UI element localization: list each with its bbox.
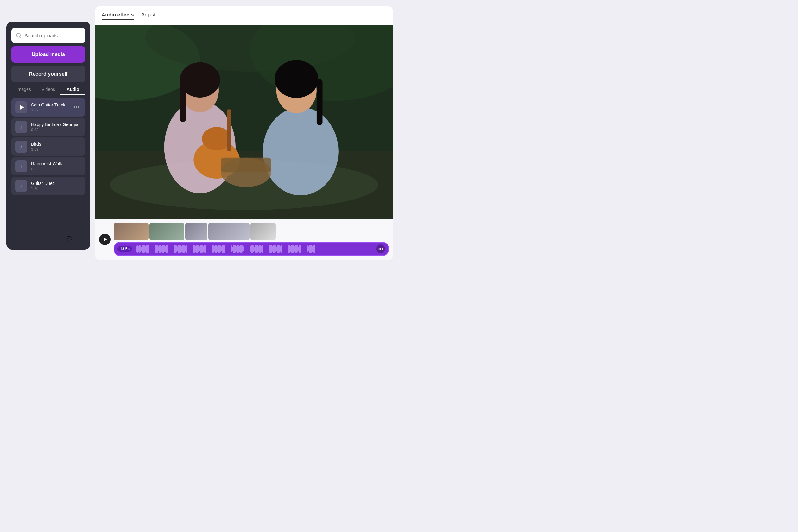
audio-name: Birds (31, 141, 81, 147)
waveform-bar (171, 245, 171, 253)
svg-point-15 (263, 107, 339, 195)
play-icon (103, 238, 107, 241)
waveform-bar (154, 246, 155, 252)
audio-info: Happy Birthday Georgia 0:22 (31, 122, 81, 132)
tab-adjust[interactable]: Adjust (141, 12, 155, 20)
waveform-bar (215, 245, 216, 253)
waveform-bar (155, 245, 156, 253)
waveform-bar (218, 245, 219, 253)
audio-track-bar[interactable]: 13.5s ••• (114, 242, 389, 256)
waveform-bar (251, 245, 252, 253)
video-preview (95, 25, 393, 218)
audio-item-happy-birthday[interactable]: ♪ Happy Birthday Georgia 0:22 (12, 118, 85, 136)
waveform-bar (257, 245, 258, 253)
waveform-bar (151, 245, 151, 253)
svg-rect-18 (317, 79, 323, 126)
waveform-bar (294, 246, 295, 252)
waveform-bar (300, 245, 301, 253)
waveform-bar (289, 245, 290, 253)
waveform-bar (209, 245, 209, 253)
waveform-bar (160, 245, 161, 253)
audio-item-rainforest-walk[interactable]: ♪ Rainforest Walk 0:12 (12, 157, 85, 175)
waveform-bar (229, 246, 229, 252)
audio-info: Rainforest Walk 0:12 (31, 161, 81, 171)
waveform-bar (250, 246, 251, 252)
timeline-play-button[interactable] (99, 234, 111, 245)
waveform-bar (224, 245, 225, 253)
waveform-bar (259, 245, 260, 253)
waveform-bar (194, 245, 195, 253)
waveform-bar (146, 245, 147, 253)
left-panel: Upload media Record yourself Images Vide… (6, 21, 90, 249)
tab-videos[interactable]: Videos (36, 87, 61, 95)
audio-item-guitar-duet[interactable]: ♪ Guitar Duet 1:29 (12, 177, 85, 195)
audio-duration: 3:12 (31, 108, 68, 112)
audio-time-badge: 13.5s (117, 246, 132, 252)
waveform-bar (220, 245, 221, 252)
waveform-bar (156, 245, 157, 253)
film-frame-3[interactable] (185, 223, 207, 240)
waveform-bar (287, 245, 288, 253)
waveform-bar (176, 245, 177, 252)
waveform-bar (246, 245, 246, 253)
audio-name: Guitar Duet (31, 181, 81, 186)
waveform-bar (189, 247, 189, 251)
svg-rect-14 (227, 109, 231, 151)
waveform-bar (270, 245, 271, 253)
waveform-bar (252, 245, 253, 253)
waveform-bar (183, 245, 184, 253)
tab-audio[interactable]: Audio (60, 87, 85, 95)
waveform-bar (186, 245, 187, 253)
timeline-track: ♥ 13.5s ••• (114, 223, 389, 256)
waveform-bar (185, 246, 186, 252)
tab-audio-effects[interactable]: Audio effects (102, 12, 134, 20)
waveform-bar (297, 245, 298, 252)
audio-note-thumb: ♪ (15, 140, 27, 153)
waveform-bar (291, 245, 292, 253)
film-frame-4[interactable] (208, 223, 249, 240)
waveform-bar (267, 245, 267, 253)
waveform-bar (296, 245, 297, 253)
waveform-bar (173, 245, 173, 253)
waveform-bar (292, 245, 293, 253)
waveform-bar (240, 245, 241, 253)
waveform-bar (278, 245, 279, 253)
heart-marker: ♥ (115, 223, 118, 223)
waveform-bar (268, 245, 268, 253)
record-yourself-button[interactable]: Record yourself (12, 66, 85, 82)
waveform-bar (237, 245, 238, 253)
waveform-bar (312, 246, 313, 252)
audio-play-thumb (15, 101, 27, 113)
waveform-bar (272, 246, 273, 252)
audio-duration: 1:29 (31, 187, 81, 191)
waveform-bar (143, 245, 144, 253)
play-circle (15, 101, 27, 113)
audio-info: Solo Guitar Track 3:12 (31, 102, 68, 112)
waveform-bar (244, 245, 245, 253)
right-tabs-bar: Audio effects Adjust (95, 6, 393, 25)
waveform-bar (262, 245, 263, 253)
waveform-bar (211, 247, 211, 251)
film-frame-2[interactable] (150, 223, 184, 240)
audio-item-birds[interactable]: ♪ Birds 3:19 (12, 137, 85, 156)
film-frame-1[interactable] (114, 223, 149, 240)
waveform-bar (287, 246, 287, 251)
waveform-bar (193, 245, 194, 253)
audio-item-solo-guitar[interactable]: Solo Guitar Track 3:12 ••• (12, 98, 85, 116)
waveform-bar (279, 245, 280, 253)
waveform-bar (301, 245, 302, 253)
audio-more-button[interactable]: ••• (72, 104, 81, 111)
waveform-bar (230, 245, 230, 253)
upload-media-button[interactable]: Upload media (12, 46, 85, 63)
film-frame-5[interactable] (250, 223, 276, 240)
audio-track-more-button[interactable]: ••• (376, 245, 385, 253)
waveform-bar (265, 246, 265, 251)
search-input[interactable] (25, 33, 81, 38)
waveform-bar (140, 245, 141, 252)
audio-name: Rainforest Walk (31, 161, 81, 166)
waveform-bar (154, 245, 154, 252)
search-bar (12, 28, 85, 43)
waveform-bar (234, 245, 235, 253)
tab-images[interactable]: Images (12, 87, 36, 95)
waveform-bar (285, 245, 285, 253)
